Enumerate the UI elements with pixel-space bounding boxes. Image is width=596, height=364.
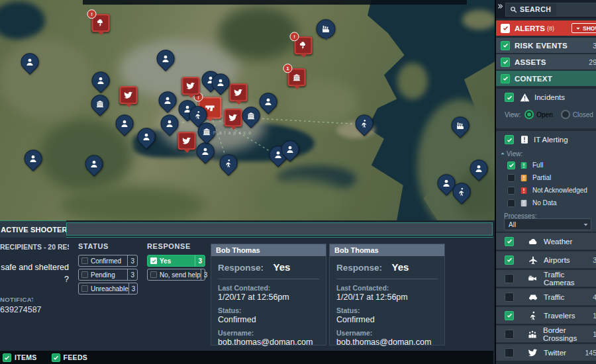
map-pin-factory[interactable] bbox=[452, 116, 470, 134]
layer-checkbox[interactable] bbox=[505, 348, 514, 357]
it-alerting-row[interactable]: IT Alerting bbox=[496, 131, 596, 148]
sidebar-section-assets[interactable]: ASSETS 29 bbox=[496, 54, 596, 69]
section-checkbox[interactable] bbox=[501, 74, 510, 83]
layer-checkbox[interactable] bbox=[505, 255, 514, 265]
it-option-not-acknowledged[interactable]: Not Acknowledged bbox=[507, 184, 596, 197]
search-bar[interactable]: SEARCH bbox=[505, 3, 596, 17]
option-checkbox[interactable] bbox=[507, 161, 515, 169]
status-column-header: STATUS bbox=[78, 242, 109, 250]
map-pin-factory[interactable] bbox=[317, 19, 336, 38]
context-row-twitter[interactable]: Twitter 145 bbox=[496, 344, 596, 361]
sidebar-section-risk-events[interactable]: RISK EVENTS 3 bbox=[496, 38, 596, 53]
option-checkbox[interactable] bbox=[507, 199, 515, 207]
map-canvas[interactable]: !!1! Patapsco bbox=[0, 0, 495, 220]
map-pin-twitter[interactable] bbox=[178, 132, 196, 150]
map-pin-person[interactable] bbox=[197, 142, 215, 160]
it-option-partial[interactable]: Partial bbox=[507, 171, 596, 184]
layer-label: Weather bbox=[544, 238, 572, 246]
footer-checkbox[interactable] bbox=[3, 353, 11, 362]
context-row-weather[interactable]: Weather bbox=[496, 233, 596, 250]
context-row-airports[interactable]: Airports 3 bbox=[496, 251, 596, 268]
layer-count: 3 bbox=[593, 256, 596, 264]
map-pin-person[interactable] bbox=[260, 93, 277, 111]
cloud-icon bbox=[528, 237, 538, 246]
it-option-no-data[interactable]: No Data bbox=[507, 197, 596, 209]
layer-checkbox[interactable] bbox=[505, 274, 514, 283]
incidents-open-radio[interactable] bbox=[524, 110, 534, 119]
search-input[interactable] bbox=[556, 3, 596, 16]
sidebar-section-context[interactable]: CONTEXT bbox=[496, 71, 596, 86]
map-pin-person[interactable] bbox=[161, 114, 179, 132]
incidents-closed-radio[interactable] bbox=[561, 110, 570, 119]
section-checkbox[interactable] bbox=[501, 58, 510, 67]
map-pin-person[interactable] bbox=[116, 114, 134, 132]
map-pin-walker[interactable] bbox=[453, 183, 471, 201]
alerts-section-header[interactable]: ALERTS (8) SHOW ALL bbox=[496, 21, 596, 36]
status-filter-confirmed[interactable]: Confirmed 3 bbox=[78, 255, 138, 267]
it-option-full[interactable]: Full bbox=[507, 159, 596, 171]
card-field-label: Status: bbox=[336, 306, 438, 314]
recipient-card[interactable]: Bob Thomas Response: Yes Last Contacted:… bbox=[329, 244, 445, 345]
map-pin-person[interactable] bbox=[157, 50, 175, 68]
status-filter-pending[interactable]: Pending 3 bbox=[78, 269, 138, 281]
option-checkbox[interactable] bbox=[507, 187, 515, 195]
response-checkbox[interactable] bbox=[150, 271, 157, 278]
section-checkbox[interactable] bbox=[501, 41, 510, 50]
map-pin-person[interactable] bbox=[470, 159, 488, 177]
map-pin-person[interactable] bbox=[138, 128, 156, 146]
person-icon bbox=[90, 159, 99, 168]
show-all-button[interactable]: SHOW ALL bbox=[571, 23, 596, 33]
map-pin-walker[interactable] bbox=[220, 154, 238, 172]
status-checkbox[interactable] bbox=[81, 271, 88, 278]
map-pin-storm[interactable]: ! bbox=[92, 14, 110, 32]
map-pin-storm[interactable]: ! bbox=[295, 36, 313, 54]
tab-event-active-shooter[interactable]: EVENT: ACTIVE SHOOTER bbox=[0, 220, 66, 238]
processes-dropdown[interactable]: All bbox=[504, 218, 591, 230]
map-pin-person[interactable] bbox=[25, 150, 42, 167]
map-pin-building[interactable] bbox=[242, 107, 260, 124]
recipient-card[interactable]: Bob Thomas Response: Yes Last Contacted:… bbox=[211, 244, 326, 345]
map-pin-person[interactable] bbox=[159, 91, 177, 109]
response-checkbox[interactable] bbox=[150, 257, 157, 264]
collapse-sidebar-icon[interactable] bbox=[497, 3, 503, 9]
response-filter-no-send-help[interactable]: No, send help 3 bbox=[147, 269, 205, 281]
map-pin-twitter[interactable] bbox=[224, 109, 242, 126]
map-pin-person[interactable] bbox=[281, 140, 299, 158]
alerts-checkbox[interactable] bbox=[501, 24, 510, 33]
footer-toggle-feeds[interactable]: FEEDS bbox=[52, 353, 88, 362]
option-checkbox[interactable] bbox=[507, 174, 515, 182]
map-pin-twitter[interactable] bbox=[230, 83, 248, 101]
status-filter-unreachable[interactable]: Unreachable 3 bbox=[78, 283, 138, 295]
it-view-header[interactable]: View: bbox=[500, 148, 596, 159]
status-checkbox[interactable] bbox=[81, 285, 88, 292]
status-checkbox[interactable] bbox=[81, 257, 88, 264]
map-pin-building[interactable]: 1 bbox=[288, 68, 306, 86]
status-label: Pending bbox=[91, 271, 127, 279]
layer-checkbox[interactable] bbox=[505, 311, 514, 320]
walker-icon bbox=[458, 187, 466, 196]
map-pin-walker[interactable] bbox=[356, 114, 373, 132]
map-pin-person[interactable] bbox=[21, 53, 39, 71]
layer-checkbox[interactable] bbox=[505, 237, 514, 246]
response-filter-yes[interactable]: Yes 3 bbox=[147, 255, 205, 267]
layer-checkbox[interactable] bbox=[505, 330, 514, 339]
incidents-row[interactable]: Incidents bbox=[496, 89, 596, 106]
map-pin-person[interactable] bbox=[85, 155, 103, 173]
context-row-travelers[interactable]: Travelers 1 bbox=[496, 307, 596, 324]
map-pin-person[interactable] bbox=[212, 73, 230, 91]
footer-toggle-items[interactable]: ITEMS bbox=[3, 353, 37, 362]
card-field-value: 1/20/17 at 12:56pm bbox=[336, 293, 438, 302]
incidents-checkbox[interactable] bbox=[505, 93, 514, 102]
map-pin-twitter[interactable] bbox=[182, 77, 200, 95]
context-row-traffic[interactable]: Traffic 4 bbox=[496, 289, 596, 305]
incidents-closed-label: Closed bbox=[573, 111, 593, 118]
footer-checkbox[interactable] bbox=[52, 353, 60, 362]
map-pin-walker[interactable] bbox=[189, 106, 207, 124]
layer-checkbox[interactable] bbox=[505, 293, 514, 302]
map-pin-twitter[interactable] bbox=[120, 86, 138, 104]
context-row-border-crossings[interactable]: Border Crossings 1 bbox=[496, 326, 596, 342]
it-alerting-checkbox[interactable] bbox=[505, 135, 514, 144]
context-row-traffic-cameras[interactable]: Traffic Cameras bbox=[496, 270, 596, 287]
map-pin-person[interactable] bbox=[92, 71, 110, 89]
map-pin-building[interactable] bbox=[91, 95, 109, 113]
